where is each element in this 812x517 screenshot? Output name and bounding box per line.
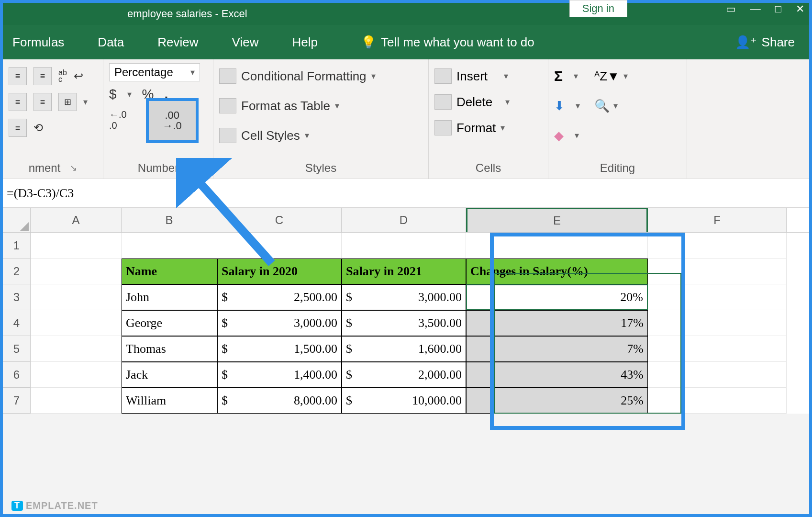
row-header-2[interactable]: 2 (3, 258, 31, 284)
cell[interactable] (31, 388, 122, 414)
row-header-3[interactable]: 3 (3, 284, 31, 310)
delete-button[interactable]: Delete ▾ (434, 89, 542, 115)
cell[interactable] (217, 233, 342, 258)
accounting-format-button[interactable]: $ (109, 87, 117, 102)
col-header-b[interactable]: B (122, 208, 217, 232)
cell[interactable] (122, 233, 217, 258)
row-header-5[interactable]: 5 (3, 336, 31, 362)
find-select-button[interactable]: 🔍▾ (594, 93, 628, 119)
share-button[interactable]: 👤⁺ Share (735, 35, 795, 50)
cell[interactable] (466, 233, 648, 258)
number-format-dropdown[interactable]: Percentage ▾ (109, 63, 200, 81)
row-header-4[interactable]: 4 (3, 310, 31, 336)
format-button[interactable]: Format ▾ (434, 115, 542, 141)
col-header-a[interactable]: A (31, 208, 122, 232)
table-cell[interactable]: $3,500.00 (342, 310, 466, 336)
cell[interactable] (31, 336, 122, 362)
col-header-c[interactable]: C (217, 208, 342, 232)
accounting-dropdown-icon[interactable]: ▾ (127, 89, 132, 100)
alignment-launcher-icon[interactable]: ↘ (70, 163, 77, 173)
cell[interactable] (31, 233, 122, 258)
col-header-d[interactable]: D (342, 208, 466, 232)
sign-in-button[interactable]: Sign in (569, 0, 627, 17)
sort-icon: ᴬZ▼ (594, 69, 620, 84)
table-header[interactable]: Name (122, 258, 217, 284)
minimize-icon[interactable]: — (750, 3, 761, 15)
align-left2-icon[interactable]: ≡ (9, 93, 27, 111)
cell[interactable] (648, 284, 787, 310)
fill-button[interactable]: ⬇ ▾ (554, 93, 580, 119)
format-as-table-button[interactable]: Format as Table ▾ (219, 93, 423, 119)
row-header-1[interactable]: 1 (3, 233, 31, 258)
row-header-7[interactable]: 7 (3, 388, 31, 414)
table-cell[interactable]: $10,000.00 (342, 388, 466, 414)
table-cell[interactable]: $2,500.00 (217, 284, 342, 310)
table-cell[interactable]: $1,400.00 (217, 362, 342, 388)
table-cell[interactable]: Jack (122, 362, 217, 388)
cell[interactable] (31, 258, 122, 284)
cell[interactable] (648, 258, 787, 284)
table-header[interactable]: Salary in 2020 (217, 258, 342, 284)
table-cell[interactable]: $3,000.00 (342, 284, 466, 310)
cell[interactable] (342, 233, 466, 258)
cell[interactable] (31, 362, 122, 388)
cell[interactable] (31, 310, 122, 336)
table-cell[interactable]: Thomas (122, 336, 217, 362)
tab-data[interactable]: Data (98, 35, 124, 50)
chevron-down-icon: ▾ (190, 67, 195, 78)
chevron-down-icon: ▾ (505, 97, 510, 107)
ribbon-display-icon[interactable]: ▭ (726, 3, 736, 15)
cell[interactable] (648, 233, 787, 258)
close-icon[interactable]: ✕ (796, 3, 804, 15)
decrease-decimal-button[interactable]: .00 →.0 (146, 98, 199, 143)
formula-input[interactable]: =(D3-C3)/C3 (7, 186, 74, 201)
sort-filter-button[interactable]: ᴬZ▼▾ (594, 63, 628, 89)
cell[interactable] (648, 388, 787, 414)
table-cell[interactable]: $1,500.00 (217, 336, 342, 362)
cell[interactable] (648, 336, 787, 362)
cell[interactable] (648, 310, 787, 336)
table-cell[interactable]: George (122, 310, 217, 336)
table-cell[interactable]: William (122, 388, 217, 414)
increase-decimal-button[interactable]: ←.0.0 (109, 109, 127, 131)
table-cell[interactable]: John (122, 284, 217, 310)
table-cell[interactable]: $2,000.00 (342, 362, 466, 388)
select-all-button[interactable] (3, 208, 31, 232)
merge-button[interactable]: ⊞ (58, 93, 77, 111)
orientation-icon[interactable]: ⟲ (33, 121, 43, 135)
cell[interactable] (648, 362, 787, 388)
tab-view[interactable]: View (232, 35, 259, 50)
align-left-icon[interactable]: ≡ (9, 67, 27, 85)
table-cell[interactable]: 25% (466, 388, 648, 414)
row-header-6[interactable]: 6 (3, 362, 31, 388)
table-cell[interactable]: 17% (466, 310, 648, 336)
table-cell[interactable]: 7% (466, 336, 648, 362)
insert-button[interactable]: Insert ▾ (434, 63, 542, 89)
tell-me-box[interactable]: 💡 Tell me what you want to do (361, 35, 534, 50)
col-header-e[interactable]: E (466, 208, 648, 232)
table-header[interactable]: Changes in Salary(%) (466, 258, 648, 284)
tab-review[interactable]: Review (157, 35, 198, 50)
align-center2-icon[interactable]: ≡ (33, 93, 52, 111)
col-header-f[interactable]: F (648, 208, 787, 232)
maximize-icon[interactable]: □ (775, 3, 781, 15)
conditional-formatting-button[interactable]: Conditional Formatting ▾ (219, 63, 423, 89)
clear-button[interactable]: ◆ ▾ (554, 123, 580, 148)
tab-help[interactable]: Help (292, 35, 317, 50)
cell[interactable] (31, 284, 122, 310)
table-cell-active[interactable]: 20% (466, 284, 648, 310)
wrap-text-button[interactable]: ab c (58, 69, 67, 83)
align-center-icon[interactable]: ≡ (33, 67, 52, 85)
table-header[interactable]: Salary in 2021 (342, 258, 466, 284)
table-cell[interactable]: $3,000.00 (217, 310, 342, 336)
cells-group-label: Cells (476, 161, 501, 175)
indent-dec-icon[interactable]: ≡ (9, 119, 27, 137)
merge-dropdown-icon[interactable]: ▾ (83, 97, 88, 107)
table-cell[interactable]: 43% (466, 362, 648, 388)
formula-bar[interactable]: =(D3-C3)/C3 (3, 179, 809, 208)
tab-formulas[interactable]: Formulas (12, 35, 64, 50)
table-cell[interactable]: $8,000.00 (217, 388, 342, 414)
autosum-button[interactable]: Σ ▾ (554, 63, 580, 89)
table-cell[interactable]: $1,600.00 (342, 336, 466, 362)
cell-styles-button[interactable]: Cell Styles ▾ (219, 123, 423, 148)
